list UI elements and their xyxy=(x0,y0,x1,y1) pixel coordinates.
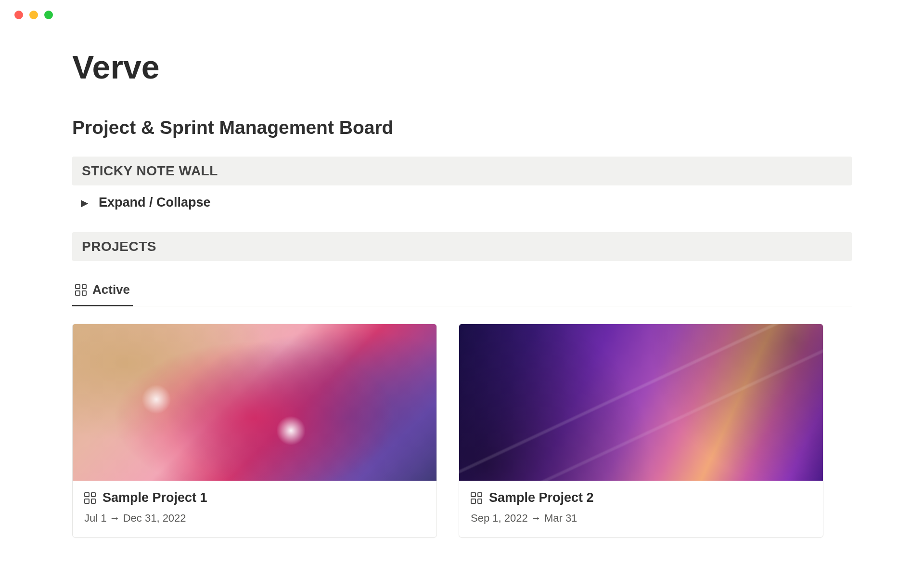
sticky-toggle[interactable]: ▶ Expand / Collapse xyxy=(72,185,852,214)
project-cards: Sample Project 1 Jul 1 → Dec 31, 2022 Sa… xyxy=(72,324,852,538)
window-close-button[interactable] xyxy=(14,11,23,19)
section-projects: PROJECTS xyxy=(72,232,852,261)
project-card-title: Sample Project 2 xyxy=(489,490,594,505)
window-minimize-button[interactable] xyxy=(29,11,38,19)
project-cover-image xyxy=(73,324,436,481)
section-sticky-note-wall: STICKY NOTE WALL xyxy=(72,157,852,185)
page-title: Verve xyxy=(72,48,852,86)
project-cover-image xyxy=(459,324,823,481)
triangle-right-icon: ▶ xyxy=(81,197,88,209)
project-card[interactable]: Sample Project 2 Sep 1, 2022 → Mar 31 xyxy=(459,324,823,538)
projects-tabbar: Active xyxy=(72,278,852,306)
project-card-title: Sample Project 1 xyxy=(103,490,207,505)
project-card-dates: Sep 1, 2022 → Mar 31 xyxy=(471,512,811,525)
project-card-body: Sample Project 1 Jul 1 → Dec 31, 2022 xyxy=(73,481,436,537)
page-subtitle: Project & Sprint Management Board xyxy=(72,117,852,138)
window-maximize-button[interactable] xyxy=(44,11,53,19)
tab-active-label: Active xyxy=(92,282,130,297)
sticky-toggle-label: Expand / Collapse xyxy=(99,195,211,210)
tab-active[interactable]: Active xyxy=(72,278,133,306)
project-card-body: Sample Project 2 Sep 1, 2022 → Mar 31 xyxy=(459,481,823,537)
window-controls xyxy=(0,0,924,19)
project-card[interactable]: Sample Project 1 Jul 1 → Dec 31, 2022 xyxy=(72,324,437,538)
gallery-view-icon xyxy=(471,492,482,504)
gallery-view-icon xyxy=(84,492,96,504)
project-card-dates: Jul 1 → Dec 31, 2022 xyxy=(84,512,425,525)
gallery-view-icon xyxy=(75,284,87,296)
page-content: Verve Project & Sprint Management Board … xyxy=(0,48,924,538)
